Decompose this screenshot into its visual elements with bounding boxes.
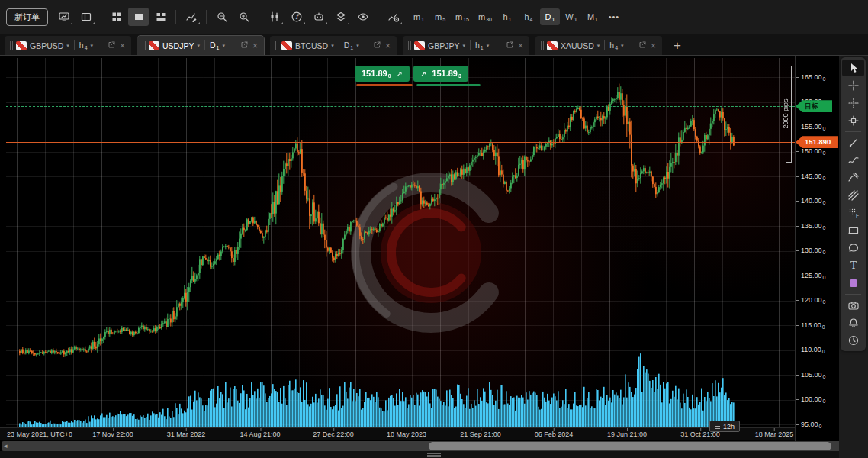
symbol-dropdown-icon[interactable]: ▾ xyxy=(331,43,334,49)
symbol-dropdown-icon[interactable]: ▾ xyxy=(197,43,200,49)
pattern-tool-icon[interactable]: F xyxy=(842,205,864,221)
scroll-left-arrow-icon[interactable]: ◂ xyxy=(4,442,8,450)
detach-tab-icon[interactable] xyxy=(638,40,647,50)
chart-tab-btcusd[interactable]: BTCUSD▾D1▾× xyxy=(270,36,397,55)
ellipse-tool-icon[interactable] xyxy=(842,240,864,256)
chart-canvas[interactable] xyxy=(6,58,795,427)
timeframe-m5-button[interactable]: m5 xyxy=(430,8,450,25)
buy-button[interactable]: ↗ 151.893 xyxy=(413,66,468,82)
toolbar-icon-group: f xyxy=(53,8,403,26)
split-chart-icon[interactable] xyxy=(150,8,171,26)
multi-chart-grid-icon[interactable] xyxy=(106,8,127,26)
detach-tab-icon[interactable] xyxy=(108,40,116,50)
single-chart-icon[interactable] xyxy=(128,8,149,26)
chart-tab-usdjpy[interactable]: USDJPY▾D1▾× xyxy=(137,36,264,55)
indicators-icon[interactable]: f xyxy=(286,8,307,26)
screenshot-camera-icon[interactable] xyxy=(842,297,864,314)
objects-icon[interactable] xyxy=(330,8,351,26)
new-order-button[interactable]: 新订单 xyxy=(6,8,48,26)
detach-tab-icon[interactable] xyxy=(373,40,381,50)
timeframe-m1-button[interactable]: m1 xyxy=(409,8,429,25)
chart-template-icon[interactable] xyxy=(181,8,201,26)
trend-line-tool-icon[interactable] xyxy=(842,134,864,151)
timeframe-W1-button[interactable]: W1 xyxy=(561,8,581,25)
close-tab-icon[interactable]: × xyxy=(252,40,259,51)
sell-button[interactable]: 151.890 ↗ xyxy=(355,66,410,82)
detach-tab-icon[interactable] xyxy=(240,40,249,50)
toolbar-separator xyxy=(845,131,861,132)
timeframe-dropdown-icon[interactable]: ▾ xyxy=(356,43,359,49)
timeframe-m15-button[interactable]: m15 xyxy=(452,8,473,25)
menu-corner-icon xyxy=(92,22,95,24)
tab-timeframe[interactable]: h4 xyxy=(79,40,88,50)
cursor-tool-icon[interactable] xyxy=(842,60,864,76)
more-timeframes-button[interactable]: ••• xyxy=(604,8,624,25)
chart-tab-xauusd[interactable]: XAUUSD▾h4▾× xyxy=(535,36,662,55)
timeframe-dropdown-icon[interactable]: ▾ xyxy=(222,43,225,49)
symbol-dropdown-icon[interactable]: ▾ xyxy=(597,43,600,49)
chart-tab-gbpusd[interactable]: GBPUSD▾h4▾× xyxy=(5,36,131,55)
text-tool-icon[interactable]: T xyxy=(842,257,864,274)
timeframe-D1-button[interactable]: D1 xyxy=(540,8,560,25)
symbol-dropdown-icon[interactable]: ▾ xyxy=(462,43,465,49)
rectangle-tool-icon[interactable] xyxy=(842,222,864,239)
close-tab-icon[interactable]: × xyxy=(384,40,391,51)
time-axis[interactable]: 23 May 2021, UTC+017 Nov 22:0031 Mar 202… xyxy=(0,427,795,440)
color-swatch[interactable] xyxy=(842,275,864,292)
dashed-crosshair-tool-icon[interactable] xyxy=(842,95,864,111)
menu-corner-icon xyxy=(70,22,72,24)
tab-timeframe[interactable]: D1 xyxy=(344,40,354,50)
cbots-icon[interactable] xyxy=(308,8,329,26)
toolbar-separator xyxy=(101,10,101,24)
time-tick-label: 06 Feb 2024 xyxy=(535,431,574,438)
menu-corner-icon xyxy=(198,22,200,24)
workspace-layout-icon[interactable] xyxy=(76,8,96,26)
chart-type-icon[interactable] xyxy=(264,8,285,26)
crosshair-tool-icon[interactable] xyxy=(842,77,864,94)
timeframe-h1-button[interactable]: h1 xyxy=(497,8,517,25)
brush-tool-icon[interactable] xyxy=(842,169,864,186)
add-chart-tab-button[interactable]: + xyxy=(668,36,686,55)
tab-symbol: BTCUSD xyxy=(295,41,328,50)
fibonacci-tool-icon[interactable] xyxy=(842,187,864,204)
bar-countdown: 12h xyxy=(709,421,740,432)
tab-bar: GBPUSD▾h4▾×USDJPY▾D1▾×BTCUSD▾D1▾×GBPJPY▾… xyxy=(0,34,868,55)
timeframe-h4-button[interactable]: h4 xyxy=(519,8,538,25)
chart-tab-gbpjpy[interactable]: GBPJPY▾h1▾× xyxy=(403,36,529,55)
timeframe-dropdown-icon[interactable]: ▾ xyxy=(91,43,94,49)
bottom-panel-divider[interactable] xyxy=(0,451,868,458)
alerts-bell-icon[interactable] xyxy=(842,314,864,331)
tab-grip-icon xyxy=(541,41,544,50)
price-axis[interactable]: 165.000160.000155.000150.000145.000140.0… xyxy=(795,56,839,441)
close-tab-icon[interactable]: × xyxy=(517,40,524,51)
visibility-icon[interactable] xyxy=(352,8,373,26)
tab-timeframe[interactable]: h1 xyxy=(475,40,484,50)
time-tick-label: 18 Mar 2025 xyxy=(755,431,794,438)
chart-settings-icon[interactable] xyxy=(383,8,403,26)
chart-display-icon[interactable] xyxy=(53,8,74,26)
price-tick-label: 110.000 xyxy=(796,346,825,354)
chart-scrollbar[interactable]: ◂ ▸ xyxy=(2,441,850,451)
box-crosshair-tool-icon[interactable] xyxy=(842,112,864,129)
target-price-tag[interactable]: 目标 xyxy=(796,100,832,112)
timeframe-dropdown-icon[interactable]: ▾ xyxy=(487,43,490,49)
zoom-out-icon[interactable] xyxy=(211,8,232,26)
timeframe-dropdown-icon[interactable]: ▾ xyxy=(621,43,624,49)
close-tab-icon[interactable]: × xyxy=(119,40,126,51)
toolbar-separator xyxy=(259,10,259,24)
timeframe-M1-button[interactable]: M1 xyxy=(583,8,603,25)
price-tick-label: 125.000 xyxy=(796,272,825,280)
scrollbar-handle[interactable] xyxy=(429,442,831,450)
timeframe-m30-button[interactable]: m30 xyxy=(474,8,496,25)
time-tick-label: 31 Mar 2022 xyxy=(167,431,206,438)
zoom-in-icon[interactable] xyxy=(233,8,254,26)
symbol-dropdown-icon[interactable]: ▾ xyxy=(66,43,69,49)
toolbar-separator xyxy=(845,294,861,295)
tab-timeframe[interactable]: h4 xyxy=(609,40,618,50)
detach-tab-icon[interactable] xyxy=(506,40,514,50)
tab-timeframe[interactable]: D1 xyxy=(210,40,220,50)
close-tab-icon[interactable]: × xyxy=(650,40,657,51)
freehand-draw-tool-icon[interactable] xyxy=(842,152,864,169)
tab-grip-icon xyxy=(408,41,411,50)
replay-clock-icon[interactable] xyxy=(842,332,864,349)
